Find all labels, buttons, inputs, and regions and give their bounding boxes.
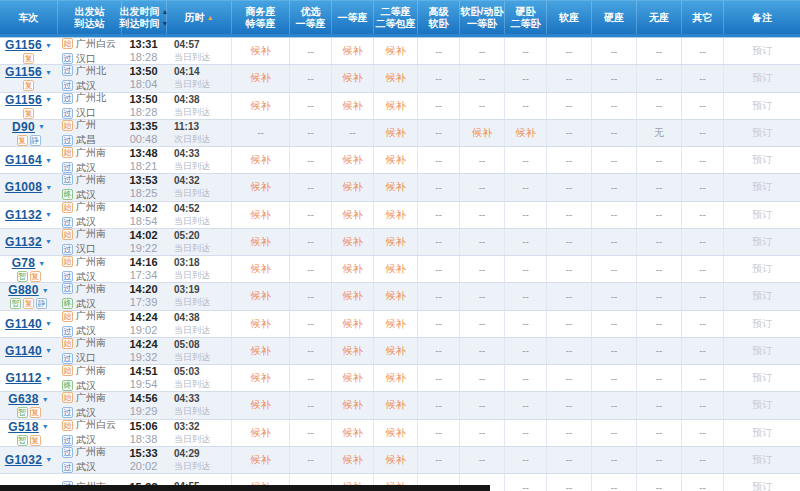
seat-cell: 候补 (231, 365, 289, 391)
seat-cell: -- (459, 338, 504, 364)
chevron-down-icon[interactable]: ▼ (45, 42, 52, 49)
chevron-down-icon[interactable]: ▼ (42, 423, 49, 430)
train-number-link[interactable]: G880 (8, 283, 39, 297)
train-number-link[interactable]: G1032 (5, 453, 43, 467)
train-number-line: G1140▼ (5, 317, 52, 331)
column-header-4[interactable]: 历时▲ (166, 1, 231, 34)
column-header-13[interactable]: 硬座 (591, 1, 636, 34)
header-line: 特等座 (246, 18, 276, 30)
seat-cell: -- (289, 365, 331, 391)
column-header-5[interactable]: 商务座特等座 (231, 1, 289, 34)
seat-cell: -- (459, 38, 504, 64)
seat-cell: -- (504, 392, 546, 418)
train-badge: 复 (30, 435, 41, 446)
column-header-6[interactable]: 优选一等座 (289, 1, 331, 34)
train-number-link[interactable]: G1132 (5, 208, 42, 222)
chevron-down-icon[interactable]: ▼ (45, 347, 52, 354)
chevron-down-icon[interactable]: ▼ (45, 456, 52, 463)
chevron-down-icon[interactable]: ▼ (45, 375, 52, 382)
chevron-down-icon[interactable]: ▼ (45, 238, 52, 245)
duration-value: 03:32 (174, 421, 231, 433)
seat-cell: -- (504, 447, 546, 473)
column-header-15[interactable]: 其它 (681, 1, 723, 34)
seat-cell: -- (459, 447, 504, 473)
train-number-link[interactable]: G1156 (5, 65, 42, 79)
arrive-day-label: 当日到达 (174, 351, 231, 363)
departure-station-name: 广州南 (76, 336, 106, 350)
book-button[interactable]: 预订 (723, 93, 800, 119)
column-header-9[interactable]: 高级软卧 (417, 1, 459, 34)
column-header-2[interactable]: 出发站到达站 (57, 1, 121, 34)
chevron-down-icon[interactable]: ▼ (38, 260, 45, 267)
column-header-7[interactable]: 一等座 (331, 1, 373, 34)
train-number-link[interactable]: G1164 (5, 153, 42, 167)
book-button[interactable]: 预订 (723, 120, 800, 146)
departure-station-name: 广州南 (76, 282, 106, 296)
departure-station: 过广州南 (62, 282, 121, 296)
book-button[interactable]: 预订 (723, 338, 800, 364)
train-number-link[interactable]: G638 (8, 392, 39, 406)
station-start-icon: 始 (62, 229, 73, 240)
chevron-down-icon[interactable]: ▼ (42, 287, 49, 294)
book-button[interactable]: 预订 (723, 202, 800, 228)
time-cell: 13:5018:04 (121, 65, 166, 91)
sort-asc-icon[interactable]: ▲ (207, 12, 214, 24)
seat-cell: -- (289, 120, 331, 146)
book-button[interactable]: 预订 (723, 420, 800, 446)
train-number-link[interactable]: G518 (8, 420, 39, 434)
departure-station: 始广州南 (62, 200, 121, 214)
duration-value: 04:38 (174, 312, 231, 324)
departure-station-name: 广州南 (76, 227, 106, 241)
train-number-link[interactable]: G1156 (5, 93, 42, 107)
train-number-link[interactable]: G1112 (5, 371, 41, 385)
book-button[interactable]: 预订 (723, 256, 800, 282)
departure-station: 过广州北 (62, 91, 121, 105)
chevron-down-icon[interactable]: ▼ (45, 184, 52, 191)
book-button[interactable]: 预订 (723, 474, 800, 491)
arrival-time: 20:02 (130, 460, 158, 473)
book-button[interactable]: 预订 (723, 65, 800, 91)
seat-cell: -- (289, 147, 331, 173)
seat-cell: -- (546, 147, 591, 173)
departure-time: 13:31 (129, 38, 157, 51)
column-header-8[interactable]: 二等座二等包座 (373, 1, 417, 34)
time-cell: 14:0218:54 (121, 202, 166, 228)
chevron-down-icon[interactable]: ▼ (45, 320, 52, 327)
column-header-16[interactable]: 备注 (723, 1, 800, 34)
book-button[interactable]: 预订 (723, 174, 800, 200)
arrive-day-label: 当日到达 (174, 378, 231, 390)
train-number-link[interactable]: G1156 (5, 38, 42, 52)
book-button[interactable]: 预订 (723, 392, 800, 418)
chevron-down-icon[interactable]: ▼ (45, 96, 52, 103)
train-number-link[interactable]: G1008 (5, 180, 43, 194)
chevron-down-icon[interactable]: ▼ (38, 123, 45, 130)
train-number-link[interactable]: G1140 (5, 344, 42, 358)
header-line: 二等座 (381, 6, 411, 18)
chevron-down-icon[interactable]: ▼ (45, 211, 52, 218)
book-button[interactable]: 预订 (723, 147, 800, 173)
train-number-link[interactable]: D90 (12, 120, 35, 134)
column-header-3[interactable]: 出发时间▲到达时间▼ (121, 1, 166, 34)
book-button[interactable]: 预订 (723, 311, 800, 337)
station-pass-icon: 过 (62, 217, 73, 228)
train-number-link[interactable]: G1132 (5, 235, 42, 249)
train-number-link[interactable]: G78 (12, 256, 36, 270)
column-header-14[interactable]: 无座 (636, 1, 681, 34)
book-button[interactable]: 预订 (723, 229, 800, 255)
book-button[interactable]: 预订 (723, 283, 800, 309)
book-button[interactable]: 预订 (723, 38, 800, 64)
book-button[interactable]: 预订 (723, 365, 800, 391)
seat-cell: -- (591, 420, 636, 446)
chevron-down-icon[interactable]: ▼ (45, 69, 52, 76)
column-header-11[interactable]: 硬卧二等卧 (504, 1, 546, 34)
train-number-link[interactable]: G1140 (5, 317, 42, 331)
book-button[interactable]: 预订 (723, 447, 800, 473)
column-header-1[interactable]: 车次 (0, 1, 57, 34)
chevron-down-icon[interactable]: ▼ (42, 396, 49, 403)
seat-cell: -- (504, 283, 546, 309)
seat-cell: 候补 (373, 283, 417, 309)
column-header-12[interactable]: 软座 (546, 1, 591, 34)
seat-cell: -- (591, 365, 636, 391)
column-header-10[interactable]: 软卧/动卧一等卧 (459, 1, 504, 34)
chevron-down-icon[interactable]: ▼ (45, 157, 52, 164)
